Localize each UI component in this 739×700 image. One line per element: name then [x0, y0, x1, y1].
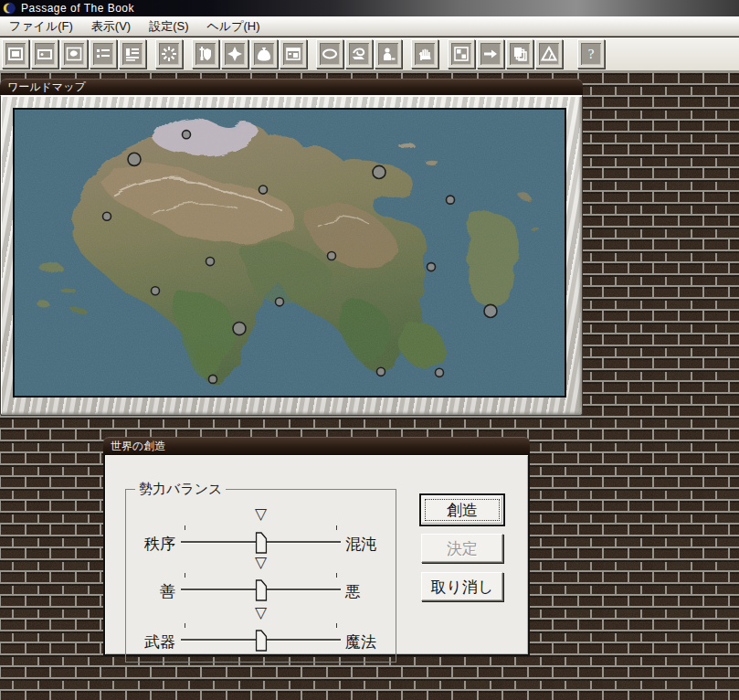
- mountain-button[interactable]: [535, 39, 563, 69]
- tick-left: [185, 525, 185, 530]
- tick-left: [185, 573, 185, 578]
- map-marker[interactable]: [328, 251, 336, 260]
- map-marker[interactable]: [128, 153, 141, 165]
- map-marker[interactable]: [428, 263, 436, 271]
- svg-text:?: ?: [588, 47, 595, 61]
- map-marker[interactable]: [373, 165, 385, 178]
- map-marker[interactable]: [377, 367, 385, 376]
- form-window-icon: [283, 43, 303, 65]
- tiles-button[interactable]: [448, 39, 475, 69]
- confirm-button[interactable]: 決定: [421, 534, 503, 563]
- map-marker[interactable]: [447, 196, 455, 204]
- weapons-magic-slider-thumb[interactable]: [255, 630, 267, 652]
- tiles-icon: [451, 43, 471, 65]
- map-marker[interactable]: [276, 298, 284, 306]
- order-chaos-slider-thumb[interactable]: [255, 532, 267, 554]
- world-creation-dialog: 世界の創造 勢力バランス ▽ 秩序 混沌 ▽: [103, 437, 530, 656]
- map-icon: [64, 43, 84, 65]
- tick-right: [336, 573, 337, 578]
- weapons-label: 武器: [126, 631, 175, 652]
- sparkle-button[interactable]: [221, 39, 248, 69]
- arrow-right-button[interactable]: [477, 39, 504, 69]
- window-button[interactable]: [2, 39, 29, 69]
- person-button[interactable]: [375, 39, 402, 69]
- report-icon: [122, 43, 143, 65]
- mountain-icon: [539, 43, 559, 65]
- sword-shield-button[interactable]: [192, 39, 219, 69]
- form-window-button[interactable]: [280, 39, 307, 69]
- good-evil-slider-thumb[interactable]: [255, 579, 267, 601]
- app-titlebar[interactable]: Passage of The Book: [0, 0, 739, 16]
- menu-view[interactable]: 表示(V): [82, 16, 140, 36]
- ring-button[interactable]: [316, 39, 343, 69]
- slider-center-marker: ▽: [255, 506, 267, 522]
- grab-hand-button[interactable]: [411, 39, 438, 69]
- worldmap-titlebar[interactable]: ワールドマップ: [0, 79, 583, 95]
- report-button[interactable]: [119, 39, 146, 69]
- toolbar-group-windows: [2, 39, 148, 69]
- dialog-title: 世界の創造: [103, 439, 165, 454]
- screen: Passage of The Book ファイル(F) 表示(V) 設定(S) …: [0, 0, 739, 700]
- menu-settings[interactable]: 設定(S): [140, 16, 197, 36]
- dialog-titlebar[interactable]: 世界の創造: [103, 437, 530, 455]
- menubar: ファイル(F) 表示(V) 設定(S) ヘルプ(H): [0, 16, 739, 37]
- grab-hand-icon: [415, 43, 435, 65]
- dialog-body: 勢力バランス ▽ 秩序 混沌 ▽ 善 悪: [103, 455, 530, 656]
- toolbar-group-people: [316, 39, 404, 69]
- worldmap-canvas[interactable]: [13, 108, 566, 398]
- slider-center-marker: ▽: [255, 605, 267, 620]
- map-marker[interactable]: [183, 131, 191, 139]
- sword-shield-icon: [195, 43, 216, 65]
- order-label: 秩序: [126, 534, 175, 555]
- toolbar-group-world: [448, 39, 565, 69]
- map-button[interactable]: [60, 39, 88, 69]
- good-label: 善: [126, 581, 175, 602]
- worldmap-window: ワールドマップ: [0, 79, 583, 416]
- card-icon: [35, 43, 55, 65]
- tick-left: [185, 623, 185, 628]
- arrow-right-icon: [480, 43, 501, 65]
- map-marker[interactable]: [206, 258, 215, 266]
- toolbar: ?: [0, 37, 739, 71]
- worldmap-svg: [15, 110, 565, 396]
- map-marker[interactable]: [209, 375, 217, 383]
- list-icon: [93, 43, 113, 65]
- help-icon: ?: [581, 43, 601, 65]
- card-button[interactable]: [31, 39, 58, 69]
- create-button[interactable]: 創造: [421, 495, 503, 525]
- crescent-moon-icon: [3, 2, 16, 15]
- ring-icon: [320, 43, 340, 65]
- evil-label: 悪: [345, 581, 361, 602]
- map-marker[interactable]: [233, 322, 246, 334]
- stack-icon: [510, 43, 530, 65]
- magic-label: 魔法: [345, 631, 376, 652]
- worldmap-title: ワールドマップ: [0, 80, 86, 95]
- map-marker[interactable]: [259, 186, 268, 194]
- slider-center-marker: ▽: [255, 555, 267, 570]
- starburst-button[interactable]: [155, 39, 183, 69]
- map-marker[interactable]: [484, 304, 497, 317]
- tick-right: [336, 525, 337, 530]
- map-marker[interactable]: [103, 212, 111, 220]
- list-button[interactable]: [90, 39, 117, 69]
- cancel-button[interactable]: 取り消し: [421, 572, 503, 601]
- person-icon: [378, 43, 398, 65]
- app-title: Passage of The Book: [21, 2, 134, 15]
- help-button[interactable]: ?: [577, 39, 605, 69]
- tick-right: [336, 623, 337, 628]
- money-bag-button[interactable]: [250, 39, 278, 69]
- starburst-icon: [159, 43, 179, 65]
- worldmap-frame: [0, 95, 583, 416]
- money-bag-icon: [254, 43, 274, 65]
- stack-button[interactable]: [506, 39, 533, 69]
- menu-help[interactable]: ヘルプ(H): [198, 16, 269, 36]
- toolbar-group-new: [155, 39, 185, 69]
- map-marker[interactable]: [152, 287, 160, 295]
- hand-item-button[interactable]: [345, 39, 373, 69]
- map-marker[interactable]: [436, 368, 444, 377]
- toolbar-group-hand: [411, 39, 440, 69]
- menu-file[interactable]: ファイル(F): [0, 16, 82, 36]
- balance-group-label: 勢力バランス: [135, 481, 226, 498]
- hand-item-icon: [349, 43, 369, 65]
- sparkle-icon: [225, 43, 245, 65]
